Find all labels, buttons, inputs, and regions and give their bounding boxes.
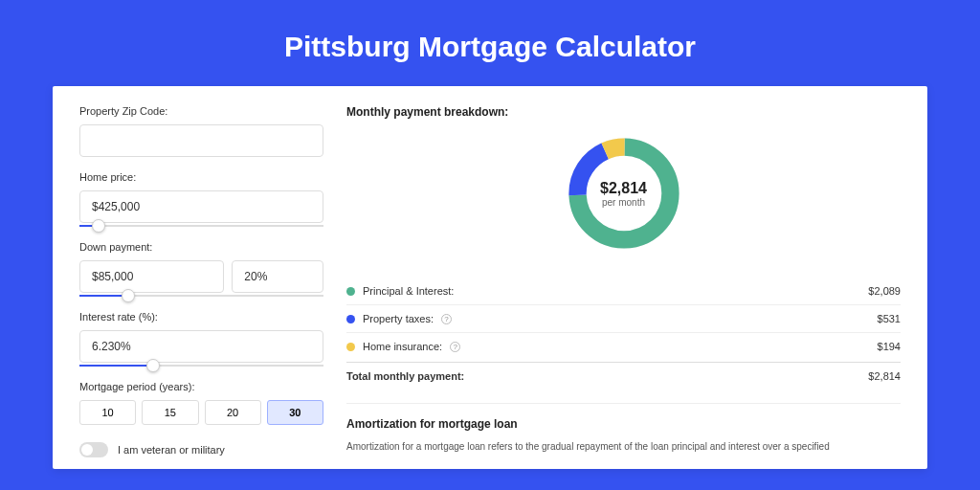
page-header: Pittsburg Mortgage Calculator — [0, 0, 980, 86]
legend-dot-icon — [346, 315, 355, 323]
home-price-group: Home price: — [79, 171, 323, 227]
breakdown-title: Monthly payment breakdown: — [346, 105, 901, 119]
home-price-input[interactable] — [79, 190, 323, 223]
legend-dot-icon — [346, 287, 355, 296]
breakdown-total-row: Total monthly payment: $2,814 — [346, 362, 901, 390]
help-icon[interactable]: ? — [441, 314, 452, 324]
period-button-30[interactable]: 30 — [267, 400, 323, 425]
breakdown-row: Principal & Interest:$2,089 — [346, 278, 901, 304]
breakdown-row: Home insurance:?$194 — [346, 332, 901, 360]
period-label: Mortgage period (years): — [79, 381, 323, 392]
breakdown-column: Monthly payment breakdown: $2,814 per mo… — [346, 105, 901, 450]
period-button-15[interactable]: 15 — [142, 400, 198, 425]
breakdown-label: Home insurance: — [363, 341, 442, 352]
breakdown-label: Principal & Interest: — [363, 285, 454, 297]
help-icon[interactable]: ? — [450, 342, 460, 352]
veteran-label: I am veteran or military — [118, 444, 225, 456]
breakdown-value: $531 — [878, 313, 901, 324]
period-button-10[interactable]: 10 — [79, 400, 136, 425]
period-button-20[interactable]: 20 — [205, 400, 261, 425]
breakdown-row: Property taxes:?$531 — [346, 304, 901, 332]
total-value: $2,814 — [868, 370, 901, 382]
page-title: Pittsburg Mortgage Calculator — [0, 31, 980, 63]
zip-group: Property Zip Code: — [79, 105, 323, 157]
veteran-row: I am veteran or military — [79, 442, 323, 457]
zip-input[interactable] — [79, 124, 323, 157]
legend-dot-icon — [346, 343, 355, 351]
breakdown-value: $2,089 — [868, 285, 901, 297]
down-payment-group: Down payment: — [79, 241, 323, 297]
amortization-text: Amortization for a mortgage loan refers … — [346, 440, 901, 454]
down-payment-slider[interactable] — [79, 295, 323, 297]
donut-value: $2,814 — [600, 180, 647, 197]
breakdown-label: Property taxes: — [363, 313, 434, 324]
veteran-toggle[interactable] — [79, 442, 108, 457]
donut-chart: $2,814 per month — [346, 132, 901, 255]
breakdown-rows: Principal & Interest:$2,089Property taxe… — [346, 278, 901, 360]
rate-label: Interest rate (%): — [79, 311, 323, 323]
rate-input[interactable] — [79, 330, 323, 363]
period-group: Mortgage period (years): 10152030 — [79, 381, 323, 425]
rate-group: Interest rate (%): — [79, 311, 323, 367]
rate-slider[interactable] — [79, 365, 323, 367]
calculator-card: Property Zip Code: Home price: Down paym… — [53, 86, 927, 469]
amortization-section: Amortization for mortgage loan Amortizat… — [346, 403, 901, 454]
home-price-label: Home price: — [79, 171, 323, 183]
inputs-column: Property Zip Code: Home price: Down paym… — [79, 105, 323, 450]
down-payment-input[interactable] — [79, 260, 224, 293]
zip-label: Property Zip Code: — [79, 105, 323, 117]
total-label: Total monthly payment: — [346, 370, 464, 382]
period-buttons: 10152030 — [79, 400, 323, 425]
amortization-title: Amortization for mortgage loan — [346, 417, 901, 431]
breakdown-value: $194 — [878, 341, 901, 352]
down-payment-pct-input[interactable] — [232, 260, 323, 293]
donut-sub: per month — [602, 197, 645, 208]
home-price-slider[interactable] — [79, 225, 323, 227]
down-payment-label: Down payment: — [79, 241, 323, 253]
